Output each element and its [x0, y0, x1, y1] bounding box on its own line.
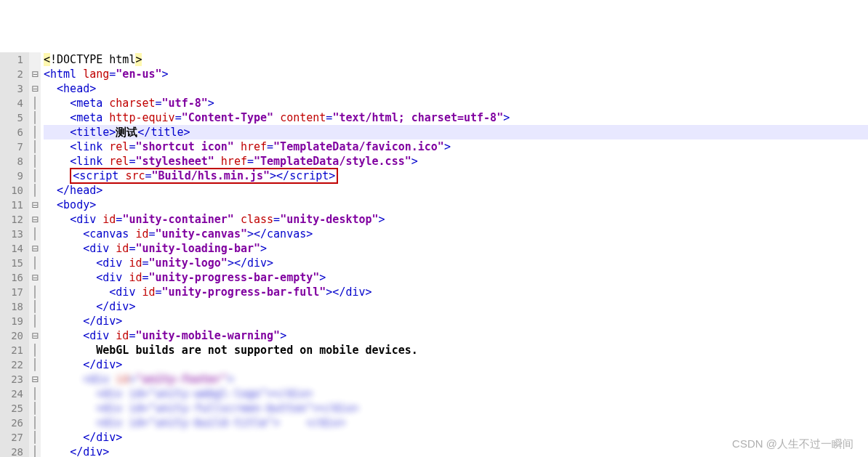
line-number[interactable]: 28 [3, 445, 23, 457]
code-area[interactable]: <!DOCTYPE html><html lang="en-us"> <head… [41, 52, 868, 457]
line-number[interactable]: 1 [3, 52, 23, 67]
code-line[interactable]: <meta charset="utf-8"> [44, 96, 868, 110]
fold-marker[interactable]: │ [29, 357, 41, 372]
code-line[interactable]: <div id="unity-loading-bar"> [44, 241, 868, 256]
fold-marker[interactable]: ⊟ [29, 212, 41, 227]
code-line[interactable]: </div> [44, 299, 868, 314]
line-number[interactable]: 14 [3, 241, 23, 256]
fold-marker[interactable]: │ [29, 387, 41, 401]
line-number[interactable]: 20 [3, 328, 23, 343]
code-editor[interactable]: 1234567891011121314151617181920212223242… [0, 52, 868, 457]
fold-marker[interactable]: │ [29, 285, 41, 299]
line-number[interactable]: 23 [3, 372, 23, 387]
line-number[interactable]: 11 [3, 198, 23, 212]
line-number[interactable]: 17 [3, 285, 23, 299]
line-number[interactable]: 22 [3, 357, 23, 372]
fold-marker[interactable]: ⊟ [29, 241, 41, 256]
line-number[interactable]: 6 [3, 125, 23, 139]
line-number[interactable]: 25 [3, 401, 23, 416]
code-line[interactable]: <div id="unity-logo"></div> [44, 256, 868, 270]
fold-marker[interactable]: │ [29, 125, 41, 139]
code-line[interactable]: <link rel="stylesheet" href="TemplateDat… [44, 154, 868, 169]
line-number[interactable]: 13 [3, 227, 23, 241]
fold-marker[interactable]: ⊟ [29, 198, 41, 212]
line-number[interactable]: 19 [3, 314, 23, 328]
line-number[interactable]: 24 [3, 387, 23, 401]
fold-marker[interactable]: │ [29, 256, 41, 270]
code-line[interactable]: <meta http-equiv="Content-Type" content=… [44, 110, 868, 125]
fold-marker[interactable]: │ [29, 96, 41, 110]
line-number[interactable]: 26 [3, 416, 23, 430]
code-line[interactable]: <link rel="shortcut icon" href="Template… [44, 139, 868, 154]
code-line[interactable]: <title>测试</title> [44, 125, 868, 139]
fold-marker[interactable]: │ [29, 154, 41, 169]
line-number[interactable]: 9 [3, 169, 23, 183]
code-line[interactable]: <body> [44, 198, 868, 212]
fold-marker[interactable]: │ [29, 401, 41, 416]
fold-marker[interactable]: │ [29, 314, 41, 328]
code-line[interactable]: <head> [44, 81, 868, 96]
fold-gutter[interactable]: ⊟⊟│││││││⊟⊟│⊟│⊟│││⊟││⊟│││││⊟││ [29, 52, 41, 457]
code-line[interactable]: <html lang="en-us"> [44, 67, 868, 81]
line-number[interactable]: 18 [3, 299, 23, 314]
watermark: CSDN @人生不过一瞬间 [732, 437, 853, 451]
fold-marker[interactable]: │ [29, 416, 41, 430]
line-number[interactable]: 16 [3, 270, 23, 285]
code-line[interactable]: <!DOCTYPE html> [44, 52, 868, 67]
fold-marker[interactable]: │ [29, 169, 41, 183]
code-line[interactable]: WebGL builds are not supported on mobile… [44, 343, 868, 357]
line-number[interactable]: 21 [3, 343, 23, 357]
fold-marker[interactable]: ⊟ [29, 67, 41, 81]
fold-marker[interactable]: │ [29, 299, 41, 314]
code-line[interactable]: </div> [44, 357, 868, 372]
code-line[interactable]: <div id="unity-footer"> [44, 372, 868, 387]
line-number[interactable]: 7 [3, 139, 23, 154]
code-line[interactable]: <canvas id="unity-canvas"></canvas> [44, 227, 868, 241]
code-line[interactable]: <div id="unity-mobile-warning"> [44, 328, 868, 343]
line-number[interactable]: 10 [3, 183, 23, 198]
fold-marker[interactable]: │ [29, 445, 41, 457]
fold-marker[interactable]: ⊟ [29, 270, 41, 285]
code-line[interactable]: <div id="unity-fullscreen-button"></div> [44, 401, 868, 416]
fold-marker[interactable]: │ [29, 227, 41, 241]
fold-marker[interactable]: ⊟ [29, 372, 41, 387]
code-line[interactable]: <div id="unity-progress-bar-full"></div> [44, 285, 868, 299]
line-number[interactable]: 3 [3, 81, 23, 96]
fold-marker[interactable]: │ [29, 430, 41, 445]
line-number[interactable]: 8 [3, 154, 23, 169]
fold-marker[interactable] [29, 52, 41, 67]
line-number[interactable]: 5 [3, 110, 23, 125]
line-number[interactable]: 2 [3, 67, 23, 81]
line-number-gutter[interactable]: 1234567891011121314151617181920212223242… [0, 52, 29, 457]
line-number[interactable]: 4 [3, 96, 23, 110]
fold-marker[interactable]: ⊟ [29, 328, 41, 343]
code-line[interactable]: <div id="unity-progress-bar-empty"> [44, 270, 868, 285]
fold-marker[interactable]: │ [29, 183, 41, 198]
fold-marker[interactable]: │ [29, 110, 41, 125]
fold-marker[interactable]: │ [29, 343, 41, 357]
fold-marker[interactable]: │ [29, 139, 41, 154]
code-line[interactable]: <div id="unity-build-title"> </div> [44, 416, 868, 430]
code-line[interactable]: <div id="unity-container" class="unity-d… [44, 212, 868, 227]
code-line[interactable]: </head> [44, 183, 868, 198]
line-number[interactable]: 12 [3, 212, 23, 227]
line-number[interactable]: 15 [3, 256, 23, 270]
line-number[interactable]: 27 [3, 430, 23, 445]
fold-marker[interactable]: ⊟ [29, 81, 41, 96]
code-line[interactable]: <script src="Build/hls.min.js"></script> [44, 169, 868, 183]
code-line[interactable]: </div> [44, 314, 868, 328]
code-line[interactable]: <div id="unity-webgl-logo"></div> [44, 387, 868, 401]
